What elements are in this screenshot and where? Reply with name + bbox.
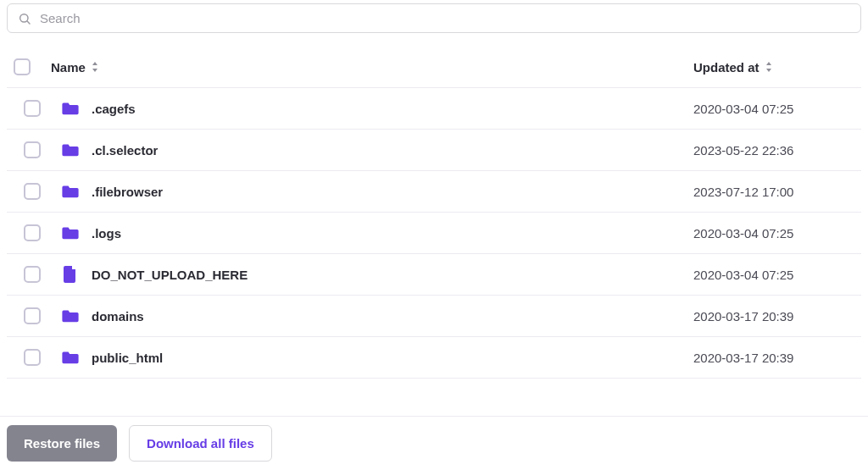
select-all-checkbox[interactable] — [14, 58, 31, 75]
row-name-label: .cl.selector — [92, 143, 158, 158]
row-name-cell[interactable]: .filebrowser — [61, 185, 693, 199]
table-row[interactable]: .cagefs2020-03-04 07:25 — [7, 88, 861, 130]
row-name-label: DO_NOT_UPLOAD_HERE — [92, 268, 248, 282]
row-name-cell[interactable]: .logs — [61, 226, 693, 241]
row-checkbox-cell — [24, 141, 61, 158]
table-row[interactable]: public_html2020-03-17 20:39 — [7, 337, 861, 379]
file-table: Name Updated at . — [7, 47, 861, 379]
search-bar[interactable] — [7, 3, 861, 33]
restore-files-button[interactable]: Restore files — [7, 425, 117, 462]
svg-line-1 — [27, 21, 30, 24]
row-checkbox-cell — [24, 266, 61, 283]
row-name-cell[interactable]: DO_NOT_UPLOAD_HERE — [61, 266, 693, 283]
footer-toolbar: Restore files Download all files — [0, 416, 868, 470]
table-row[interactable]: domains2020-03-17 20:39 — [7, 296, 861, 337]
row-updated-label: 2020-03-04 07:25 — [693, 226, 793, 241]
row-checkbox[interactable] — [24, 100, 41, 117]
row-checkbox-cell — [24, 224, 61, 241]
row-name-label: .logs — [92, 226, 121, 241]
row-updated-cell: 2023-05-22 22:36 — [693, 143, 854, 158]
row-updated-label: 2020-03-04 07:25 — [693, 268, 793, 282]
folder-icon — [61, 185, 80, 198]
row-updated-cell: 2020-03-04 07:25 — [693, 268, 854, 282]
row-updated-cell: 2020-03-17 20:39 — [693, 309, 854, 323]
row-name-label: .filebrowser — [92, 185, 163, 199]
column-header-updated-label: Updated at — [693, 60, 760, 75]
row-updated-cell: 2023-07-12 17:00 — [693, 185, 854, 199]
row-checkbox[interactable] — [24, 266, 41, 283]
folder-icon — [61, 226, 80, 240]
column-header-name[interactable]: Name — [51, 60, 693, 75]
row-checkbox[interactable] — [24, 224, 41, 241]
folder-icon — [61, 351, 80, 364]
column-header-updated[interactable]: Updated at — [693, 60, 854, 75]
row-name-label: domains — [92, 309, 144, 323]
row-updated-label: 2023-05-22 22:36 — [693, 143, 793, 158]
download-all-files-button[interactable]: Download all files — [129, 425, 272, 462]
row-name-label: public_html — [92, 351, 163, 365]
row-checkbox[interactable] — [24, 349, 41, 366]
row-checkbox-cell — [24, 349, 61, 366]
table-row[interactable]: .logs2020-03-04 07:25 — [7, 213, 861, 254]
header-checkbox-cell — [14, 58, 51, 75]
row-checkbox-cell — [24, 183, 61, 200]
table-row[interactable]: DO_NOT_UPLOAD_HERE2020-03-04 07:25 — [7, 254, 861, 296]
folder-icon — [61, 143, 80, 157]
row-name-cell[interactable]: public_html — [61, 351, 693, 365]
search-input[interactable] — [40, 11, 850, 25]
row-name-cell[interactable]: .cagefs — [61, 102, 693, 116]
search-icon — [18, 12, 31, 25]
folder-icon — [61, 309, 80, 323]
row-updated-label: 2023-07-12 17:00 — [693, 185, 793, 199]
column-header-name-label: Name — [51, 60, 86, 75]
row-checkbox[interactable] — [24, 183, 41, 200]
sort-icon — [765, 62, 773, 72]
table-row[interactable]: .cl.selector2023-05-22 22:36 — [7, 130, 861, 171]
table-row[interactable]: .filebrowser2023-07-12 17:00 — [7, 171, 861, 213]
table-header-row: Name Updated at — [7, 47, 861, 88]
row-updated-cell: 2020-03-17 20:39 — [693, 351, 854, 365]
row-name-label: .cagefs — [92, 102, 136, 116]
row-checkbox-cell — [24, 307, 61, 324]
row-checkbox-cell — [24, 100, 61, 117]
row-checkbox[interactable] — [24, 141, 41, 158]
table-body: .cagefs2020-03-04 07:25.cl.selector2023-… — [7, 88, 861, 379]
row-updated-label: 2020-03-17 20:39 — [693, 309, 793, 323]
row-updated-cell: 2020-03-04 07:25 — [693, 226, 854, 241]
row-checkbox[interactable] — [24, 307, 41, 324]
row-name-cell[interactable]: .cl.selector — [61, 143, 693, 158]
sort-icon — [91, 62, 99, 72]
folder-icon — [61, 102, 80, 115]
row-name-cell[interactable]: domains — [61, 309, 693, 323]
row-updated-label: 2020-03-17 20:39 — [693, 351, 793, 365]
row-updated-cell: 2020-03-04 07:25 — [693, 102, 854, 116]
row-updated-label: 2020-03-04 07:25 — [693, 102, 793, 116]
file-icon — [61, 266, 80, 283]
